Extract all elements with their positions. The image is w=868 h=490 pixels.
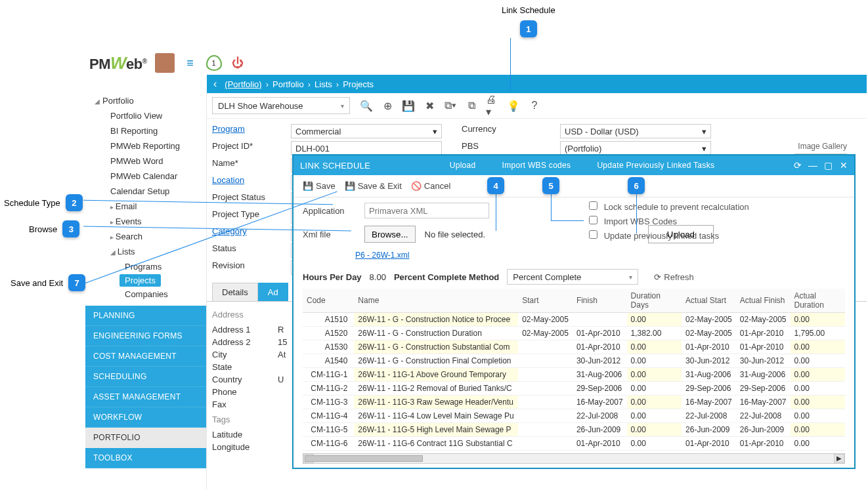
application-input[interactable] (364, 203, 489, 218)
crumb-1[interactable]: Portfolio (272, 79, 304, 89)
maximize-icon[interactable]: ▢ (824, 160, 833, 171)
modal-header: LINK SCHEDULE Upload Import WBS codes Up… (293, 155, 854, 175)
nav-programs[interactable]: Programs (85, 259, 206, 274)
avatar[interactable] (155, 53, 175, 73)
breadcrumb: ‹ (Portfolio) › Portfolio › Lists › Proj… (207, 75, 867, 93)
table-row[interactable]: CM-11G-126W-11 - 11G-1 Above Ground Temp… (303, 368, 845, 382)
callout-1: Link Schedule 1 (502, 5, 555, 37)
table-row[interactable]: A154026W-11 - G - Construction Final Com… (303, 354, 845, 368)
field-pbs[interactable]: (Portfolio)▾ (560, 141, 711, 155)
tab-details[interactable]: Details (212, 283, 258, 301)
help-icon[interactable]: ? (527, 98, 542, 113)
modal-cancel-button[interactable]: 🚫 Cancel (411, 181, 450, 191)
new-icon[interactable]: ⊕ (380, 98, 395, 113)
table-row[interactable]: CM-11G-626W-11 - 11G-6 Contract 11G Subs… (303, 437, 845, 451)
mod-portfolio[interactable]: PORTFOLIO (85, 428, 206, 448)
breadcrumb-back-icon[interactable]: ‹ (213, 78, 217, 90)
horizontal-scrollbar[interactable]: ◀▶ (303, 453, 845, 464)
table-row[interactable]: CM-11G-526W-11 - 11G-5 High Level Main S… (303, 423, 845, 437)
lbl-projectid: Project ID* (212, 141, 271, 155)
table-row[interactable]: CM-11G-426W-11 - 11G-4 Low Level Main Se… (303, 409, 845, 423)
mod-asset[interactable]: ASSET MANAGEMENT (85, 387, 206, 407)
menu-icon[interactable]: ≡ (183, 56, 198, 70)
mod-workflow[interactable]: WORKFLOW (85, 407, 206, 428)
mod-eng-forms[interactable]: ENGINEERING FORMS (85, 326, 206, 346)
nav-search[interactable]: Search (85, 229, 206, 244)
project-selector[interactable]: DLH Shoe Warehouse▾ (212, 97, 350, 114)
lbl-currency: Currency (462, 124, 540, 138)
power-icon[interactable]: ⏻ (230, 56, 246, 70)
close-icon[interactable]: ✕ (840, 160, 848, 171)
nav-companies[interactable]: Companies (85, 287, 206, 302)
mod-toolbox[interactable]: TOOLBOX (85, 448, 206, 468)
search-icon[interactable]: 🔍 (359, 98, 374, 113)
mod-scheduling[interactable]: SCHEDULING (85, 367, 206, 387)
chk-update-prev[interactable]: Update previously linked tasks (589, 229, 749, 243)
tab-add[interactable]: Ad (258, 283, 288, 301)
crumb-2[interactable]: Lists (315, 79, 332, 89)
nav-portfolio-view[interactable]: Portfolio View (85, 108, 206, 123)
table-row[interactable]: CM-11G-226W-11 - 11G-2 Removal of Buried… (303, 382, 845, 396)
modal-save-button[interactable]: 💾 Save (303, 181, 336, 191)
nav-events[interactable]: Events (85, 214, 206, 229)
val-hpd: 8.00 (370, 272, 386, 282)
table-row[interactable]: A151026W-11 - G - Construction Notice to… (303, 313, 845, 327)
field-currency[interactable]: USD - Dollar (USD)▾ (560, 124, 711, 138)
crumb-3[interactable]: Projects (343, 79, 374, 89)
nav-email[interactable]: Email (85, 199, 206, 214)
lbl-status: Project Status (212, 192, 271, 207)
mod-planning[interactable]: PLANNING (85, 306, 206, 326)
lbl-revision: Revision (212, 260, 271, 275)
nav-lists[interactable]: Lists (85, 244, 206, 259)
field-projectid[interactable]: DLH-001 (291, 141, 442, 155)
nofile-text: No file selected. (425, 230, 486, 239)
browse-button[interactable]: Browse... (364, 226, 416, 243)
refresh-button[interactable]: ⟳ Refresh (654, 272, 694, 282)
minimize-icon[interactable]: — (808, 160, 817, 171)
refresh-icon[interactable]: ⟳ (794, 160, 802, 171)
mod-cost[interactable]: COST MANAGEMENT (85, 346, 206, 367)
nav-calendar-setup[interactable]: Calendar Setup (85, 184, 206, 199)
field-program[interactable]: Commercial▾ (291, 124, 442, 138)
nav-projects[interactable]: Projects (119, 274, 161, 287)
nav-pmweb-calendar[interactable]: PMWeb Calendar (85, 169, 206, 184)
callout-2: Schedule Type 2 (4, 194, 83, 211)
lbl-application: Application (303, 206, 355, 216)
ann-import: Import WBS codes (502, 161, 571, 170)
lbl-category[interactable]: Category (212, 226, 271, 241)
table-row[interactable]: CM-11G-326W-11 - 11G-3 Raw Sewage Header… (303, 396, 845, 409)
delete-icon[interactable]: ✖ (422, 98, 437, 113)
modal-save-exit-button[interactable]: 💾 Save & Exit (345, 181, 402, 191)
shield-icon[interactable]: 1 (206, 55, 222, 71)
crumb-root[interactable]: (Portfolio) (225, 79, 261, 89)
chk-import-wbs[interactable]: Import WBS Codes (589, 214, 749, 229)
table-row[interactable]: A153026W-11 - G - Construction Substanti… (303, 340, 845, 354)
save-icon[interactable]: 💾 (401, 98, 416, 113)
lbl-program[interactable]: Program (212, 124, 271, 138)
idea-icon[interactable]: 💡 (506, 98, 521, 113)
link-schedule-icon[interactable]: ⧉ (464, 98, 479, 113)
left-nav: Portfolio Portfolio View BI Reporting PM… (85, 93, 207, 489)
ann-update: Update Previously Linked Tasks (597, 161, 714, 170)
lbl-hpd: Hours Per Day (303, 272, 362, 282)
chk-lock[interactable]: Lock schedule to prevent recalculation (589, 200, 749, 214)
xml-file-link[interactable]: P6 - 26W-1.xml (355, 251, 409, 260)
grid-toolbar: Hours Per Day 8.00 Percent Complete Meth… (303, 266, 845, 287)
brand-bar: PMWeb® ≡ 1 ⏻ (85, 51, 867, 75)
copy-icon[interactable]: ⧉▾ (443, 98, 458, 113)
nav-pmweb-reporting[interactable]: PMWeb Reporting (85, 138, 206, 153)
callout-6-badge: 6 (628, 177, 645, 194)
nav-portfolio[interactable]: Portfolio (85, 93, 206, 108)
lbl-location[interactable]: Location (212, 175, 271, 190)
nav-pmweb-word[interactable]: PMWeb Word (85, 153, 206, 169)
page-toolbar: 🔍 ⊕ 💾 ✖ ⧉▾ ⧉ 🖨▾ 💡 ? (355, 98, 546, 113)
callout-3: Browse 3 (29, 220, 79, 237)
lbl-pbs: PBS (462, 141, 540, 155)
table-row[interactable]: A152026W-11 - G - Construction Duration0… (303, 327, 845, 340)
print-icon[interactable]: 🖨▾ (485, 98, 500, 113)
callout-4-badge: 4 (487, 177, 504, 194)
nav-bi-reporting[interactable]: BI Reporting (85, 123, 206, 138)
pcm-dropdown[interactable]: Percent Complete▾ (507, 269, 638, 285)
lbl-name: Name* (212, 158, 271, 173)
modal-toolbar: 💾 Save 💾 Save & Exit 🚫 Cancel (293, 175, 854, 197)
